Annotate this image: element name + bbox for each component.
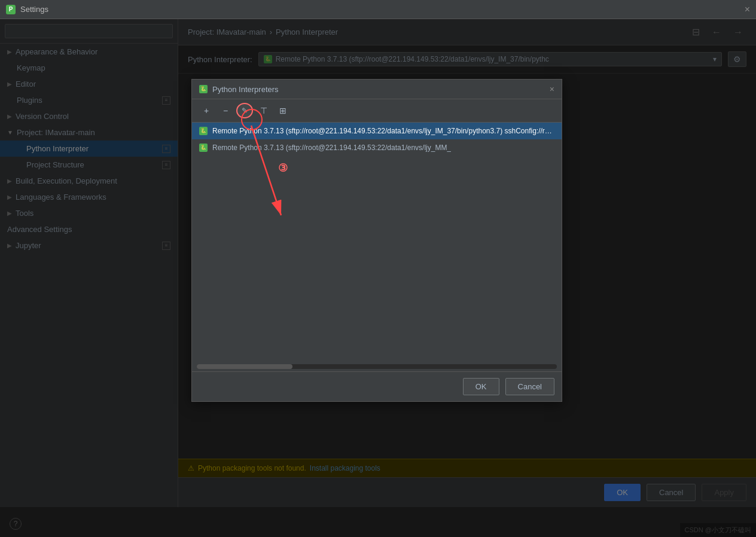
dialog-cancel-button[interactable]: Cancel [505,378,554,395]
window-close-button[interactable]: × [745,4,750,15]
interpreter-item-text: Remote Python 3.7.13 (sftp://root@221.19… [212,144,451,152]
interpreter-list-item[interactable]: 🐍 Remote Python 3.7.13 (sftp://root@221.… [192,123,562,139]
dialog-buttons: OK Cancel [192,371,562,401]
tree-interpreter-button[interactable]: ⊞ [275,103,291,118]
title-bar: P Settings × [0,0,756,19]
window-title: Settings [20,5,48,14]
modal-overlay: 🐍 Python Interpreters × + − ✎ ⊤ ⊞ 🐍 Remo… [0,19,756,537]
app-icon: P [6,5,16,14]
python-interpreters-dialog: 🐍 Python Interpreters × + − ✎ ⊤ ⊞ 🐍 Remo… [191,79,562,402]
scroll-track [197,364,557,369]
dialog-close-button[interactable]: × [550,84,554,94]
python-row-icon: 🐍 [199,144,208,152]
add-interpreter-button[interactable]: + [198,103,215,118]
scroll-thumb[interactable] [197,364,292,369]
dialog-toolbar: + − ✎ ⊤ ⊞ [192,99,562,123]
edit-interpreter-button[interactable]: ✎ [236,103,253,118]
dialog-title: Python Interpreters [212,85,545,94]
interpreter-list-item[interactable]: 🐍 Remote Python 3.7.13 (sftp://root@221.… [192,139,562,156]
filter-interpreter-button[interactable]: ⊤ [255,103,272,118]
remove-interpreter-button[interactable]: − [217,103,234,118]
python-row-icon: 🐍 [199,127,208,135]
interpreter-list: 🐍 Remote Python 3.7.13 (sftp://root@221.… [192,123,562,362]
interpreter-item-text: Remote Python 3.7.13 (sftp://root@221.19… [212,127,554,135]
dialog-title-bar: 🐍 Python Interpreters × [192,80,562,99]
dialog-python-icon: 🐍 [199,85,208,93]
dialog-ok-button[interactable]: OK [463,378,499,395]
